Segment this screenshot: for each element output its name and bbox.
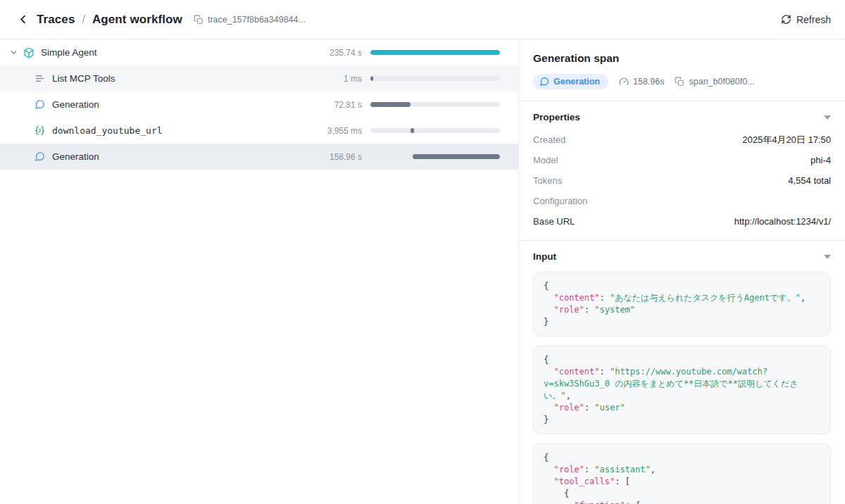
properties-section: Properties Created 2025年4月20日 17:50 Mode… [519,101,845,240]
json-code: { "role": "assistant", "tool_calls": [ {… [544,452,820,504]
copy-icon [675,77,684,87]
list-icon [34,73,46,84]
tree-row-simple-agent[interactable]: Simple Agent 235.74 s [0,39,518,65]
property-label: Model [533,155,558,165]
agent-box-icon [23,46,35,58]
copy-icon [194,15,204,25]
refresh-icon [781,14,791,25]
span-duration: 1 ms [299,74,362,84]
badge-label: Generation [553,77,600,87]
property-row-configuration: Configuration [533,191,831,211]
span-detail-title: Generation span [533,52,831,65]
property-value: http://localhost:1234/v1/ [734,216,831,227]
property-label: Tokens [533,175,562,186]
caret-down-icon [824,255,831,259]
span-label: download_youtube_url [52,125,163,136]
span-duration: 3,955 ms [299,126,362,136]
property-row-tokens: Tokens 4,554 total [533,170,831,191]
span-duration: 235.74 s [299,48,362,58]
property-label: Base URL [533,216,575,227]
span-timeline-bar [370,102,500,107]
trace-tree-panel: Simple Agent 235.74 s List MCP Tools 1 m… [0,39,519,504]
caret-down-icon [824,115,831,120]
properties-title: Properties [533,112,580,122]
generation-type-badge: Generation [533,74,608,89]
braces-function-icon [34,125,46,137]
span-label: Simple Agent [41,47,97,58]
tree-row-generation-1[interactable]: Generation 72.81 s [0,92,518,118]
breadcrumb-traces-link[interactable]: Traces [37,13,75,27]
json-code: { "content": "https://www.youtube.com/wa… [544,354,820,426]
property-value: 2025年4月20日 17:50 [742,134,831,146]
trace-viewer-app: Traces / Agent workflow trace_157f8b6a34… [0,0,845,504]
json-code: { "content": "あなたは与えられたタスクを行うAgentです。", … [544,280,820,328]
refresh-label: Refresh [796,14,831,25]
property-label: Created [533,134,565,145]
span-label: Generation [52,151,99,162]
tree-row-download-youtube-url[interactable]: download_youtube_url 3,955 ms [0,118,518,144]
top-bar: Traces / Agent workflow trace_157f8b6a34… [0,0,845,39]
tree-row-generation-2-selected[interactable]: Generation 158.96 s [0,144,518,170]
trace-id-text: trace_157f8b6a349844... [208,15,306,25]
span-duration-text: 158.96s [633,77,664,87]
breadcrumb-current-page: Agent workflow [92,13,182,27]
message-circle-icon [34,99,46,111]
span-id-text: span_b0f080f0... [689,77,754,87]
trace-id-copy-chip[interactable]: trace_157f8b6a349844... [194,15,306,25]
input-section-header[interactable]: Input [533,241,831,269]
property-row-base-url: Base URL http://localhost:1234/v1/ [533,211,831,232]
property-value: 4,554 total [788,175,831,186]
input-message-user: { "content": "https://www.youtube.com/wa… [533,346,831,434]
span-duration-meta: 158.96s [619,77,664,87]
span-label: Generation [52,99,99,110]
refresh-button[interactable]: Refresh [781,14,831,25]
span-duration: 72.81 s [299,100,362,110]
property-row-created: Created 2025年4月20日 17:50 [533,130,831,150]
input-title: Input [533,251,556,262]
properties-section-header[interactable]: Properties [533,101,831,130]
tree-row-list-mcp-tools[interactable]: List MCP Tools 1 ms [0,65,518,92]
message-circle-icon [34,151,46,163]
property-value: phi-4 [810,155,831,165]
message-circle-icon [539,77,549,87]
span-timeline-bar [370,50,500,55]
input-section: Input { "content": "あなたは与えられたタスクを行うAgent… [519,240,845,504]
span-timeline-bar [370,76,500,81]
breadcrumb-separator: / [82,13,84,26]
chevron-left-icon [16,13,30,26]
span-timeline-bar [370,128,500,133]
span-timeline-bar [370,154,500,159]
gauge-icon [619,77,629,87]
property-row-model: Model phi-4 [533,150,831,170]
back-button[interactable] [14,11,31,28]
span-detail-panel: Generation span Generation 158.96s [519,39,845,504]
span-label: List MCP Tools [52,73,115,84]
span-id-copy-chip[interactable]: span_b0f080f0... [675,77,754,87]
span-duration: 158.96 s [299,152,362,162]
input-message-system: { "content": "あなたは与えられたタスクを行うAgentです。", … [533,272,831,336]
property-group-label: Configuration [533,196,587,206]
expand-chevron-down-icon[interactable] [7,46,20,59]
input-message-assistant: { "role": "assistant", "tool_calls": [ {… [533,443,831,504]
